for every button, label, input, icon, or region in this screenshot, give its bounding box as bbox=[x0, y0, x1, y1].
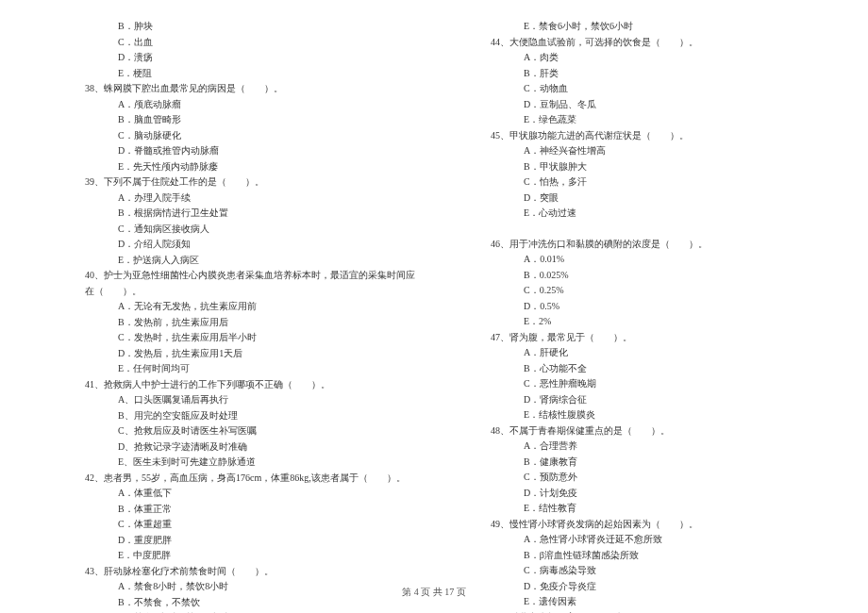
option-line: B、用完的空安瓿应及时处理 bbox=[47, 408, 415, 424]
option-line: A．神经兴奋性增高 bbox=[453, 143, 821, 159]
option-line: E．结核性腹膜炎 bbox=[453, 407, 821, 423]
option-line: B．体重正常 bbox=[47, 502, 415, 518]
option-line: E．心动过速 bbox=[453, 206, 821, 222]
option-line: D．介绍人院须知 bbox=[47, 237, 415, 253]
option-line: C．预防意外 bbox=[453, 470, 821, 486]
blank-spacer bbox=[453, 222, 821, 237]
option-line: D、抢救记录字迹清晰及时准确 bbox=[47, 439, 415, 456]
option-line: C．0.25% bbox=[453, 283, 821, 299]
question-line: 45、甲状腺功能亢进的高代谢症状是（ ）。 bbox=[453, 128, 821, 144]
option-line: C．恶性肿瘤晚期 bbox=[453, 376, 821, 392]
option-line: A．肝硬化 bbox=[453, 345, 821, 361]
right-column: E．禁食6小时，禁饮6小时44、大便隐血试验前，可选择的饮食是（ ）。A．肉类B… bbox=[453, 19, 821, 613]
option-line: B．甲状腺肿大 bbox=[453, 159, 821, 175]
question-line: 39、下列不属于住院处工作的是（ ）。 bbox=[47, 174, 415, 191]
question-line: 47、肾为腹，最常见于（ ）。 bbox=[453, 330, 821, 346]
option-line: B．发热前，抗生素应用后 bbox=[47, 315, 415, 331]
option-line: E．2% bbox=[453, 314, 821, 330]
option-line: E．结性教育 bbox=[453, 501, 821, 517]
option-line: B．健康教育 bbox=[453, 455, 821, 471]
left-column: B．肿块C．出血D．溃疡E．梗阻38、蛛网膜下腔出血最常见的病因是（ ）。A．颅… bbox=[47, 19, 415, 613]
question-line: 38、蛛网膜下腔出血最常见的病因是（ ）。 bbox=[47, 81, 415, 97]
option-line: E．梗阻 bbox=[47, 66, 415, 82]
option-line: D．溃疡 bbox=[47, 50, 415, 66]
option-line: A．颅底动脉瘤 bbox=[47, 97, 415, 113]
option-line: C．怕热，多汗 bbox=[453, 174, 821, 191]
option-line: A．办理入院手续 bbox=[47, 191, 415, 207]
option-line: A．0.01% bbox=[453, 252, 821, 268]
option-line: D．脊髓或推管内动脉瘤 bbox=[47, 143, 415, 159]
page-footer: 第 4 页 共 17 页 bbox=[0, 586, 868, 599]
option-line: E．先天性颅内动静脉瘘 bbox=[47, 159, 415, 175]
option-line: B．肿块 bbox=[47, 19, 415, 35]
option-line: D．重度肥胖 bbox=[47, 533, 415, 549]
option-line: D．发热后，抗生素应用1天后 bbox=[47, 346, 415, 362]
question-line: 41、抢救病人中护士进行的工作下列哪项不正确（ ）。 bbox=[47, 377, 415, 393]
question-line: 42、患者男，55岁，高血压病，身高176cm，体重86kg,该患者属于（ ）。 bbox=[47, 471, 415, 487]
option-line: B．心功能不全 bbox=[453, 361, 821, 377]
question-line: 40、护士为亚急性细菌性心内膜炎患者采集血培养标本时，最适宜的采集时间应在（ ）… bbox=[47, 268, 415, 299]
option-line: A．肉类 bbox=[453, 50, 821, 66]
option-line: B．脑血管畸形 bbox=[47, 112, 415, 128]
option-line: D．计划免疫 bbox=[453, 486, 821, 502]
option-line: A．合理营养 bbox=[453, 439, 821, 455]
option-line: B．根据病情进行卫生处置 bbox=[47, 206, 415, 222]
option-line: A．体重低下 bbox=[47, 486, 415, 502]
question-line: 49、慢性肾小球肾炎发病的起始因素为（ ）。 bbox=[453, 517, 821, 533]
option-line: D．豆制品、冬瓜 bbox=[453, 97, 821, 113]
option-line: C．病毒感染导致 bbox=[453, 563, 821, 579]
option-line: C．通知病区接收病人 bbox=[47, 222, 415, 238]
option-line: C．发热时，抗生素应用后半小时 bbox=[47, 330, 415, 346]
option-line: D．0.5% bbox=[453, 299, 821, 315]
option-line: D．肾病综合征 bbox=[453, 392, 821, 408]
question-line: 46、用于冲洗伤口和黏膜的碘附的浓度是（ ）。 bbox=[453, 237, 821, 253]
option-line: E．任何时间均可 bbox=[47, 361, 415, 377]
question-line: 44、大便隐血试验前，可选择的饮食是（ ）。 bbox=[453, 35, 821, 51]
option-line: A、口头医嘱复诵后再执行 bbox=[47, 392, 415, 408]
option-line: E．中度肥胖 bbox=[47, 548, 415, 564]
option-line: A．无论有无发热，抗生素应用前 bbox=[47, 299, 415, 315]
option-line: E、医生未到时可先建立静脉通道 bbox=[47, 455, 415, 471]
question-line: 43、肝动脉栓塞化疗术前禁食时间（ ）。 bbox=[47, 564, 415, 580]
option-line: C．体重超重 bbox=[47, 517, 415, 533]
question-line: 50、对儿童生长发育规律的描述，错误的是（ ）。 bbox=[453, 610, 821, 614]
option-line: C．动物血 bbox=[453, 81, 821, 97]
option-line: A．急性肾小球肾炎迁延不愈所致 bbox=[453, 532, 821, 548]
option-line: D．突眼 bbox=[453, 191, 821, 207]
option-line: B．肝类 bbox=[453, 66, 821, 82]
option-line: C、抢救后应及时请医生补写医嘱 bbox=[47, 423, 415, 439]
option-line: E．禁食6小时，禁饮6小时 bbox=[453, 19, 821, 35]
question-line: 48、不属于青春期保健重点的是（ ）。 bbox=[453, 423, 821, 439]
page-container: B．肿块C．出血D．溃疡E．梗阻38、蛛网膜下腔出血最常见的病因是（ ）。A．颅… bbox=[0, 0, 868, 613]
option-line: E．绿色蔬菜 bbox=[453, 112, 821, 128]
option-line: C．脑动脉硬化 bbox=[47, 128, 415, 144]
option-line: B．0.025% bbox=[453, 268, 821, 284]
option-line: B．β溶血性链球菌感染所致 bbox=[453, 548, 821, 564]
option-line: E．护送病人入病区 bbox=[47, 253, 415, 269]
option-line: C．出血 bbox=[47, 35, 415, 51]
